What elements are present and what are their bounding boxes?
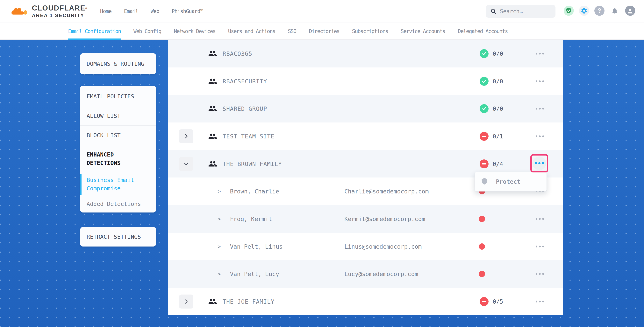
group-name: TEST TEAM SITE (222, 133, 274, 140)
menu-dot-icon (542, 135, 544, 137)
settings-gear-icon[interactable] (579, 6, 589, 16)
people-icon (208, 159, 217, 168)
search-input[interactable] (500, 8, 548, 14)
cloudflare-logo: CLOUDFLARE® AREA 1 SECURITY (10, 4, 87, 18)
context-menu-item-protect[interactable]: Protect (481, 177, 520, 186)
menu-dot-icon (539, 135, 541, 137)
tab-network-devices[interactable]: Network Devices (174, 23, 216, 39)
table-row-group[interactable]: RBACO3650/0 (168, 40, 563, 67)
context-menu-item-label: Protect (496, 178, 520, 185)
table-row-group[interactable]: RBACSECURITY0/0 (168, 67, 563, 95)
sidebar-item-domains-routing[interactable]: DOMAINS & ROUTING (80, 53, 156, 74)
member-chevron-icon: > (218, 271, 221, 277)
status-alert-dot (479, 216, 485, 222)
people-icon (208, 77, 217, 86)
table-row-member[interactable]: >Frog, KermitKermit@somedemocorp.com (168, 205, 563, 233)
minus-icon (482, 163, 486, 164)
row-menu-button[interactable] (536, 301, 544, 303)
protected-count: 0/0 (493, 78, 503, 85)
member-email: Linus@somedemocorp.com (344, 243, 422, 250)
menu-dot-icon (542, 108, 544, 110)
table-row-member[interactable]: >Van Pelt, LinusLinus@somedemocorp.com (168, 233, 563, 260)
row-menu-button[interactable] (536, 80, 544, 82)
cloudflare-cloud-icon (10, 6, 29, 16)
row-menu-button[interactable] (536, 108, 544, 110)
status-alert-dot (479, 271, 485, 277)
menu-dot-icon (536, 246, 538, 247)
sidebar-item-enhanced-detections: ENHANCED DETECTIONS (80, 145, 156, 172)
row-menu-button[interactable] (536, 246, 544, 247)
bell-icon[interactable] (610, 6, 620, 16)
group-name: RBACO365 (222, 50, 252, 57)
tab-users-and-actions[interactable]: Users and Actions (228, 23, 275, 39)
group-name: THE JOE FAMILY (222, 298, 274, 305)
menu-dot-icon (542, 53, 544, 54)
member-name: Van Pelt, Lucy (230, 271, 279, 278)
status-alert-badge (480, 132, 488, 141)
menu-dot-icon (539, 246, 541, 247)
menu-dot-icon (542, 162, 544, 164)
people-icon (208, 132, 217, 141)
row-menu-button[interactable] (536, 218, 544, 220)
tab-service-accounts[interactable]: Service Accounts (401, 23, 445, 39)
sidebar-card: RETRACT SETTINGS (80, 227, 156, 247)
tab-sso[interactable]: SSO (288, 23, 296, 39)
tab-delegated-accounts[interactable]: Delegated Accounts (458, 23, 508, 39)
status-ok-badge (480, 77, 488, 86)
member-email: Charlie@somedemocorp.com (344, 188, 428, 195)
tab-directories[interactable]: Directories (309, 23, 339, 39)
help-icon[interactable]: ? (594, 6, 604, 16)
member-chevron-icon: > (218, 216, 221, 222)
header-icon-group: ? (564, 6, 635, 16)
nav-link-email[interactable]: Email (124, 8, 138, 14)
menu-dot-icon (539, 108, 541, 110)
status-alert-badge (480, 159, 488, 168)
context-menu: Protect (474, 172, 547, 192)
row-menu-button[interactable] (536, 135, 544, 137)
people-icon (208, 49, 217, 58)
table-row-group[interactable]: THE JOE FAMILY0/5 (168, 288, 563, 315)
menu-dot-icon (535, 162, 537, 164)
menu-dot-icon (536, 301, 538, 303)
expand-button[interactable] (179, 129, 194, 143)
sidebar-item-retract-settings[interactable]: RETRACT SETTINGS (80, 227, 156, 247)
protected-count: 0/0 (493, 105, 503, 112)
row-menu-button[interactable] (536, 53, 544, 54)
protected-count: 0/5 (493, 298, 503, 305)
shield-check-icon[interactable] (564, 6, 574, 16)
nav-link-home[interactable]: Home (100, 8, 112, 14)
sidebar-item-block-list[interactable]: BLOCK LIST (80, 126, 156, 145)
tab-web-config[interactable]: Web Config (134, 23, 161, 39)
collapse-button[interactable] (179, 157, 194, 171)
menu-dot-icon (536, 218, 538, 220)
table-row-group[interactable]: TEST TEAM SITE0/1 (168, 122, 563, 150)
tab-email-configuration[interactable]: Email Configuration (68, 23, 121, 39)
search-box[interactable] (486, 5, 556, 18)
sidebar-item-email-policies[interactable]: EMAIL POLICIES (80, 87, 156, 106)
member-email: Lucy@somedemocorp.com (344, 271, 418, 278)
tab-subscriptions[interactable]: Subscriptions (352, 23, 388, 39)
menu-dot-icon (542, 273, 544, 275)
highlight-annotation (530, 154, 548, 172)
menu-dot-icon (542, 80, 544, 82)
sidebar-item-allow-list[interactable]: ALLOW LIST (80, 106, 156, 125)
row-menu-button[interactable] (532, 156, 546, 170)
table-row-member[interactable]: >Van Pelt, LucyLucy@somedemocorp.com (168, 260, 563, 288)
row-menu-button[interactable] (536, 273, 544, 275)
expand-button[interactable] (179, 295, 194, 309)
sidebar-item-added-detections[interactable]: Added Detections (80, 196, 156, 212)
menu-dot-icon (542, 301, 544, 303)
menu-dot-icon (536, 273, 538, 275)
menu-dot-icon (539, 218, 541, 220)
menu-dot-icon (539, 80, 541, 82)
user-avatar-icon[interactable] (625, 6, 635, 16)
status-alert-dot (479, 243, 485, 250)
nav-link-phishguard[interactable]: PhishGuard™ (172, 8, 203, 14)
menu-dot-icon (542, 246, 544, 247)
protected-count: 0/1 (493, 133, 503, 140)
people-icon (208, 104, 217, 113)
sidebar-item-business-email-compromise[interactable]: Business Email Compromise (80, 172, 156, 196)
group-name: SHARED_GROUP (222, 105, 267, 112)
table-row-group[interactable]: SHARED_GROUP0/0 (168, 95, 563, 122)
nav-link-web[interactable]: Web (150, 8, 159, 14)
